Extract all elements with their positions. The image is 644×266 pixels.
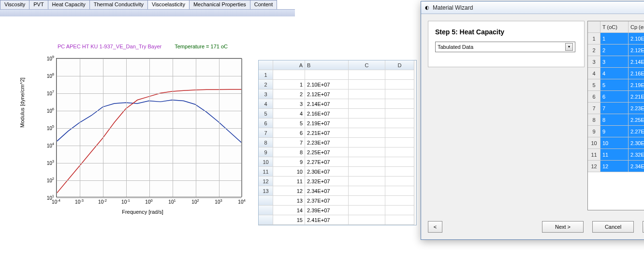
dg-cell-t[interactable]: 12 (600, 161, 629, 172)
dg-cell-cp[interactable]: 2.30E+07 (629, 137, 644, 149)
dg-cell-cp[interactable]: 2.32E+07 (629, 149, 644, 161)
dg-cell-cp[interactable]: 2.23E+07 (629, 103, 644, 114)
dg-row[interactable]: 662.21E+07 (588, 91, 644, 103)
dg-cell-t[interactable]: 4 (600, 68, 629, 79)
dg-cell-t[interactable]: 11 (600, 149, 629, 161)
ss-cell[interactable] (385, 118, 414, 128)
ss-cell[interactable] (385, 148, 414, 157)
dg-row[interactable]: 222.12E+07 (588, 44, 644, 56)
dg-rownum[interactable]: 9 (588, 126, 600, 137)
ss-cell[interactable]: 2.12E+07 (305, 89, 349, 99)
dg-cell-cp[interactable]: 2.19E+07 (629, 79, 644, 91)
ss-row[interactable]: 652.19E+07 (259, 118, 416, 128)
ss-cell[interactable]: 2.19E+07 (305, 118, 349, 128)
dg-row[interactable]: 552.19E+07 (588, 79, 644, 91)
ss-rownum[interactable]: 7 (259, 128, 273, 138)
ss-cell[interactable] (385, 215, 414, 225)
dg-cell-cp[interactable]: 2.12E+07 (629, 44, 644, 56)
ss-cell[interactable]: 2.30E+07 (305, 167, 349, 177)
heat-capacity-grid[interactable]: T (oC)Cp (erg/(g.oC) ) ▴ ▾ 112.10E+07222… (587, 21, 644, 210)
dg-cell-cp[interactable]: 2.10E+07 (629, 33, 644, 44)
ss-cell[interactable]: 2.32E+07 (305, 177, 349, 186)
dg-row[interactable]: 10102.30E+07 (588, 137, 644, 149)
ss-corner[interactable] (259, 60, 273, 70)
ss-rownum[interactable]: 2 (259, 80, 273, 89)
ss-cell[interactable] (273, 70, 305, 80)
ss-rownum[interactable]: 10 (259, 157, 273, 167)
ss-cell[interactable]: 2.34E+07 (305, 186, 349, 196)
ss-cell[interactable]: 9 (273, 157, 305, 167)
ss-cell[interactable]: 6 (273, 128, 305, 138)
dg-rownum[interactable]: 5 (588, 79, 600, 91)
ss-cell[interactable] (349, 177, 385, 186)
ss-cell[interactable] (385, 80, 414, 89)
tab-viscosity[interactable]: Viscosity (0, 0, 29, 9)
ss-cell[interactable]: 3 (273, 99, 305, 109)
ss-row[interactable]: 1092.27E+07 (259, 157, 416, 167)
ss-rownum[interactable]: 1 (259, 70, 273, 80)
ss-cell[interactable]: 12 (273, 186, 305, 196)
ss-cell[interactable] (349, 109, 385, 118)
dg-rownum[interactable]: 11 (588, 149, 600, 161)
ss-cell[interactable] (305, 70, 349, 80)
dg-rownum[interactable]: 10 (588, 137, 600, 149)
dg-cell-t[interactable]: 7 (600, 103, 629, 114)
ss-row[interactable]: 1 (259, 70, 416, 80)
ss-col-C[interactable]: C (349, 60, 385, 70)
dg-col-cp[interactable]: Cp (erg/(g.oC) ) (629, 21, 644, 33)
ss-row[interactable]: 132.37E+07 (259, 196, 416, 206)
dg-cell-t[interactable]: 3 (600, 56, 629, 68)
ss-cell[interactable] (385, 109, 414, 118)
dg-rownum[interactable]: 12 (588, 161, 600, 172)
dg-row[interactable]: 992.27E+07 (588, 126, 644, 137)
ss-rownum[interactable]: 13 (259, 186, 273, 196)
ss-cell[interactable]: 4 (273, 109, 305, 118)
ss-col-D[interactable]: D (385, 60, 414, 70)
ss-rownum[interactable]: 8 (259, 138, 273, 148)
ss-cell[interactable]: 2.37E+07 (305, 196, 349, 206)
ss-row[interactable]: 432.14E+07 (259, 99, 416, 109)
dg-cell-t[interactable]: 5 (600, 79, 629, 91)
dg-rownum[interactable]: 4 (588, 68, 600, 79)
next-button[interactable]: Next > (542, 221, 584, 233)
tab-viscoelasticity[interactable]: Viscoelasticity (147, 0, 190, 9)
ss-cell[interactable]: 2 (273, 89, 305, 99)
tab-mechanical-properties[interactable]: Mechanical Properties (189, 0, 250, 9)
ss-cell[interactable]: 2.25E+07 (305, 148, 349, 157)
dg-row[interactable]: 112.10E+07 (588, 33, 644, 44)
dg-rownum[interactable]: 2 (588, 44, 600, 56)
ss-cell[interactable] (349, 99, 385, 109)
ss-row[interactable]: 982.25E+07 (259, 148, 416, 157)
dg-cell-t[interactable]: 2 (600, 44, 629, 56)
tab-thermal-conductivity[interactable]: Thermal Conductivity (89, 0, 148, 9)
ss-cell[interactable]: 2.27E+07 (305, 157, 349, 167)
ss-rownum[interactable] (259, 215, 273, 225)
dg-cell-cp[interactable]: 2.25E+07 (629, 114, 644, 126)
ss-cell[interactable] (385, 186, 414, 196)
dg-rownum[interactable]: 7 (588, 103, 600, 114)
dg-cell-t[interactable]: 9 (600, 126, 629, 137)
ss-cell[interactable]: 8 (273, 148, 305, 157)
ss-cell[interactable]: 2.10E+07 (305, 80, 349, 89)
ss-row[interactable]: 12112.32E+07 (259, 177, 416, 186)
dg-cell-cp[interactable]: 2.14E+07 (629, 56, 644, 68)
ss-cell[interactable]: 2.21E+07 (305, 128, 349, 138)
ss-row[interactable]: 212.10E+07 (259, 80, 416, 89)
ss-cell[interactable] (385, 196, 414, 206)
ss-row[interactable]: 142.39E+07 (259, 206, 416, 215)
dg-cell-t[interactable]: 6 (600, 91, 629, 103)
ss-cell[interactable] (349, 80, 385, 89)
ss-cell[interactable]: 1 (273, 80, 305, 89)
dg-cell-t[interactable]: 8 (600, 114, 629, 126)
ss-cell[interactable] (349, 186, 385, 196)
ss-cell[interactable] (385, 138, 414, 148)
dg-row[interactable]: 11112.32E+07 (588, 149, 644, 161)
ss-rownum[interactable]: 3 (259, 89, 273, 99)
ss-cell[interactable]: 13 (273, 196, 305, 206)
ss-cell[interactable] (385, 167, 414, 177)
dg-row[interactable]: 12122.34E+07 (588, 161, 644, 172)
excel-snippet[interactable]: ABCD1212.10E+07322.12E+07432.14E+07542.1… (258, 60, 417, 225)
dg-rownum[interactable]: 3 (588, 56, 600, 68)
ss-row[interactable]: 872.23E+07 (259, 138, 416, 148)
ss-rownum[interactable]: 9 (259, 148, 273, 157)
